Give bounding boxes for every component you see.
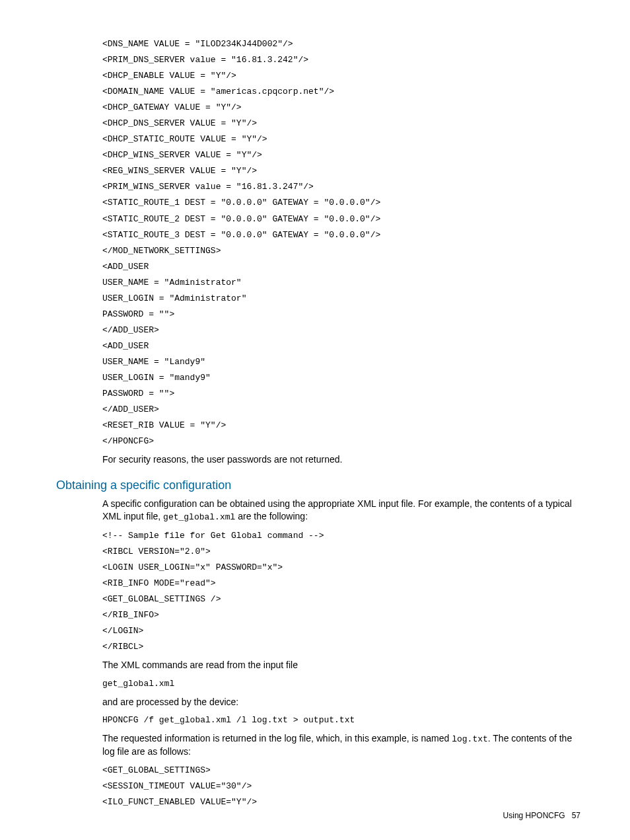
inline-code-get-global: get_global.xml bbox=[163, 512, 235, 522]
paragraph-processed-by-device: and are processed by the device: bbox=[102, 696, 580, 709]
code-block-2: <!-- Sample file for Get Global command … bbox=[102, 528, 580, 655]
paragraph-returned-info: The requested information is returned in… bbox=[102, 732, 580, 759]
document-page: <DNS_NAME VALUE = "ILOD234KJ44D002"/> <P… bbox=[0, 0, 630, 837]
code-block-3: get_global.xml bbox=[102, 676, 580, 692]
paragraph-security-note: For security reasons, the user passwords… bbox=[102, 453, 580, 467]
paragraph-intro: A specific configuration can be obtained… bbox=[102, 498, 580, 524]
paragraph-xml-commands: The XML commands are read from the input… bbox=[102, 659, 580, 672]
section-heading-obtaining-config: Obtaining a specific configuration bbox=[56, 478, 580, 492]
code-block-4: HPONCFG /f get_global.xml /l log.txt > o… bbox=[102, 712, 580, 728]
inline-code-log-txt: log.txt bbox=[452, 734, 488, 744]
footer-page-number: 57 bbox=[572, 811, 580, 820]
code-block-1: <DNS_NAME VALUE = "ILOD234KJ44D002"/> <P… bbox=[102, 36, 580, 449]
code-block-5: <GET_GLOBAL_SETTINGS> <SESSION_TIMEOUT V… bbox=[102, 763, 580, 810]
paragraph-intro-b: are the following: bbox=[235, 511, 308, 521]
page-footer: Using HPONCFG 57 bbox=[503, 811, 580, 820]
footer-title: Using HPONCFG bbox=[503, 811, 565, 820]
paragraph-returned-info-a: The requested information is returned in… bbox=[102, 733, 452, 744]
